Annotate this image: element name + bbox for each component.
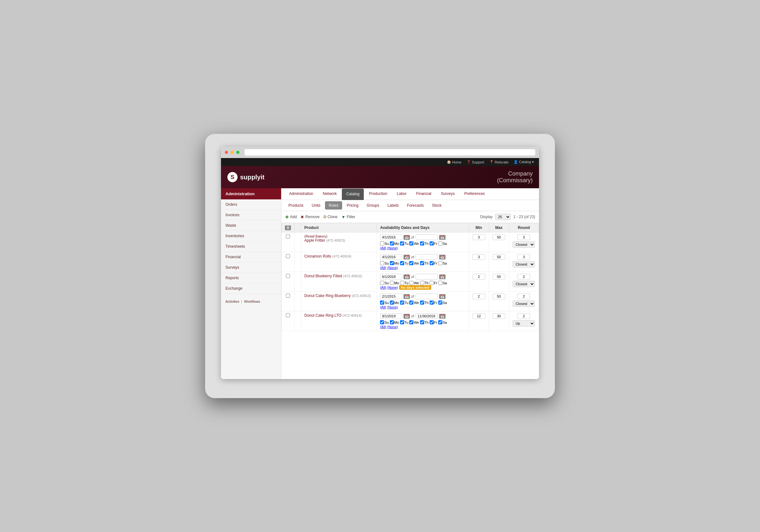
row-checkbox[interactable] xyxy=(286,254,290,258)
date-from-input[interactable] xyxy=(380,313,402,319)
day-checkbox-fr[interactable] xyxy=(430,320,434,324)
day-checkbox-fr[interactable] xyxy=(430,281,434,285)
tab-administration[interactable]: Administration xyxy=(285,188,318,200)
round-input[interactable] xyxy=(517,254,530,260)
date-from-input[interactable] xyxy=(380,254,402,260)
workflows-link[interactable]: Workflows xyxy=(244,300,261,303)
none-link[interactable]: (None) xyxy=(387,325,398,329)
product-link[interactable]: Donut Cake Ring LTO xyxy=(304,313,342,318)
date-to-input[interactable] xyxy=(416,234,438,240)
all-link[interactable]: (All) xyxy=(380,325,386,329)
day-checkbox-fr[interactable] xyxy=(430,241,434,246)
day-checkbox-su[interactable] xyxy=(380,301,384,305)
round-input[interactable] xyxy=(517,294,530,299)
day-checkbox-th[interactable] xyxy=(420,301,424,305)
day-checkbox-tu[interactable] xyxy=(400,320,404,324)
product-link[interactable]: Cinnamon Rolls xyxy=(304,254,331,259)
day-checkbox-tu[interactable] xyxy=(400,301,404,305)
day-checkbox-we[interactable] xyxy=(409,281,413,285)
nav-relocate[interactable]: 📍 Relocate xyxy=(489,160,508,164)
day-checkbox-sa[interactable] xyxy=(438,320,442,324)
all-link[interactable]: (All) xyxy=(380,305,386,309)
round-type-select[interactable]: Closest Up Down xyxy=(513,261,535,267)
subtab-stock[interactable]: Stock xyxy=(428,201,446,210)
date-to-input[interactable] xyxy=(416,313,438,319)
sidebar-item-reports[interactable]: Reports xyxy=(221,273,281,283)
sidebar-item-waste[interactable]: Waste xyxy=(221,220,281,231)
day-checkbox-su[interactable] xyxy=(380,241,384,246)
cal-to-btn[interactable]: 📅 xyxy=(439,314,446,318)
tab-labor[interactable]: Labor xyxy=(392,188,411,200)
min-input[interactable] xyxy=(473,313,485,319)
day-checkbox-we[interactable] xyxy=(409,261,413,265)
max-input[interactable] xyxy=(493,274,505,279)
select-all-icon[interactable]: ☰ xyxy=(285,225,291,230)
day-checkbox-mo[interactable] xyxy=(390,320,394,324)
cal-to-btn[interactable]: 📅 xyxy=(439,274,446,279)
max-input[interactable] xyxy=(493,254,505,260)
cal-from-btn[interactable]: 📅 xyxy=(404,255,410,260)
display-select[interactable]: 25 50 100 xyxy=(495,214,511,220)
max-input[interactable] xyxy=(493,294,505,299)
tab-surveys[interactable]: Surveys xyxy=(437,188,459,200)
nav-home[interactable]: 🏠 Home xyxy=(447,160,461,164)
tab-preferences[interactable]: Preferences xyxy=(460,188,489,200)
round-input[interactable] xyxy=(517,313,530,319)
day-checkbox-we[interactable] xyxy=(409,320,413,324)
day-checkbox-su[interactable] xyxy=(380,261,384,265)
round-type-select[interactable]: Closest Up Down xyxy=(513,320,535,326)
product-link[interactable]: Donut Cake Ring Blueberry xyxy=(304,294,351,298)
day-checkbox-sa[interactable] xyxy=(438,301,442,305)
subtab-products[interactable]: Products xyxy=(285,201,307,210)
day-checkbox-th[interactable] xyxy=(420,281,424,285)
sidebar-item-surveys[interactable]: Surveys xyxy=(221,262,281,273)
row-checkbox[interactable] xyxy=(286,274,290,278)
remove-button[interactable]: ✖ Remove xyxy=(301,215,319,219)
row-checkbox[interactable] xyxy=(286,234,290,238)
round-input[interactable] xyxy=(517,234,530,240)
sidebar-item-invoices[interactable]: Invoices xyxy=(221,210,281,220)
subtab-units[interactable]: Units xyxy=(308,201,324,210)
all-link[interactable]: (All) xyxy=(380,266,386,270)
minimize-dot[interactable] xyxy=(230,151,234,154)
tab-production[interactable]: Production xyxy=(364,188,392,200)
sidebar-item-inventories[interactable]: Inventories xyxy=(221,231,281,241)
min-input[interactable] xyxy=(473,274,485,279)
activities-link[interactable]: Activities xyxy=(225,300,239,303)
day-checkbox-sa[interactable] xyxy=(438,261,442,265)
date-to-input[interactable] xyxy=(416,294,438,299)
subtab-rules[interactable]: Rules xyxy=(325,201,343,210)
day-checkbox-th[interactable] xyxy=(420,261,424,265)
day-checkbox-sa[interactable] xyxy=(438,281,442,285)
cal-to-btn[interactable]: 📅 xyxy=(439,294,446,299)
day-checkbox-th[interactable] xyxy=(420,241,424,246)
all-link[interactable]: (All) xyxy=(380,246,386,250)
round-type-select[interactable]: Closest Up Down xyxy=(513,301,535,307)
day-checkbox-fr[interactable] xyxy=(430,261,434,265)
close-dot[interactable] xyxy=(225,151,228,154)
product-link[interactable]: Apple Fritter xyxy=(304,238,325,243)
day-checkbox-we[interactable] xyxy=(409,301,413,305)
cal-from-btn[interactable]: 📅 xyxy=(404,274,410,279)
subtab-pricing[interactable]: Pricing xyxy=(343,201,362,210)
date-from-input[interactable] xyxy=(380,274,402,279)
round-type-select[interactable]: Closest Up Down xyxy=(513,281,535,287)
min-input[interactable] xyxy=(473,254,485,260)
date-to-input[interactable] xyxy=(416,274,438,279)
day-checkbox-th[interactable] xyxy=(420,320,424,324)
max-input[interactable] xyxy=(493,313,505,319)
cal-to-btn[interactable]: 📅 xyxy=(439,255,446,260)
row-checkbox[interactable] xyxy=(286,294,290,298)
max-input[interactable] xyxy=(493,234,505,240)
row-checkbox[interactable] xyxy=(286,313,290,317)
subtab-labels[interactable]: Labels xyxy=(384,201,402,210)
day-checkbox-tu[interactable] xyxy=(400,281,404,285)
none-link[interactable]: (None) xyxy=(387,266,398,270)
nav-catalog[interactable]: 👤 Catalog ▾ xyxy=(513,160,534,164)
add-button[interactable]: ✚ Add xyxy=(285,215,297,219)
tab-financial[interactable]: Financial xyxy=(412,188,436,200)
sidebar-item-exchange[interactable]: Exchange xyxy=(221,283,281,294)
clone-button[interactable]: ⧉ Clone xyxy=(323,214,337,219)
day-checkbox-sa[interactable] xyxy=(438,241,442,246)
product-link[interactable]: Donut Blueberry Filled xyxy=(304,274,342,278)
